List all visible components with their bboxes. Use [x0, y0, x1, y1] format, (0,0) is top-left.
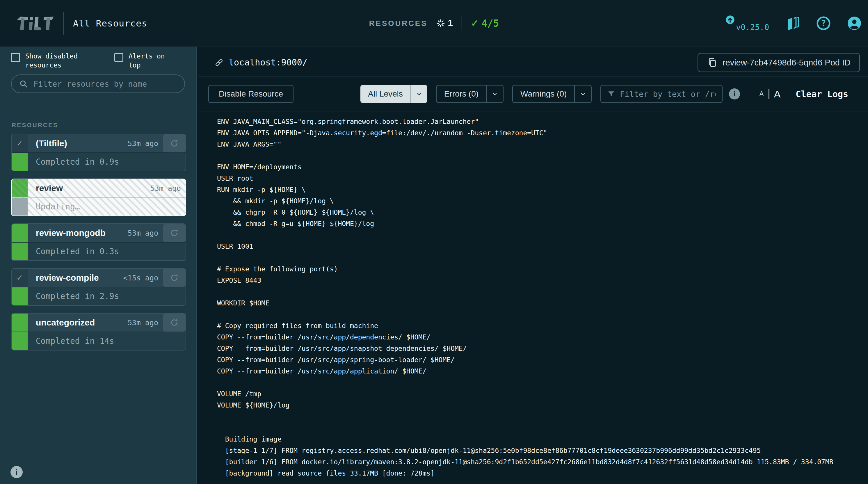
refresh-icon [169, 139, 179, 148]
checkbox-box[interactable] [11, 53, 20, 62]
copy-icon [707, 57, 717, 68]
status-bar [12, 179, 28, 197]
chevron-down-icon[interactable] [411, 85, 427, 103]
account-icon[interactable] [847, 16, 862, 31]
resource-header-bar: localhost:9000/ review-7cb47498d6-5qnd6 … [198, 47, 868, 77]
log-toolbar: Disable Resource All Levels Errors (0) W… [198, 77, 868, 112]
pending-count: 1 [448, 18, 453, 29]
pending-count-group[interactable]: 1 [436, 18, 453, 29]
checkbox-label: Alerts on top [129, 52, 172, 70]
copy-pod-id-button[interactable]: review-7cb47498d6-5qnd6 Pod ID [698, 53, 860, 72]
help-icon[interactable]: ? [816, 16, 831, 31]
check-icon: ✓ [471, 18, 479, 29]
errors-filter-button[interactable]: Errors (0) [436, 85, 503, 103]
log-output: ENV JAVA_MAIN_CLASS="org.springframework… [198, 112, 868, 479]
alerts-on-top-checkbox[interactable]: Alerts on top [114, 52, 172, 70]
resource-check-icon: ✓ [12, 134, 28, 152]
upgrade-arrow-icon [725, 15, 735, 24]
resource-card-review-compile[interactable]: ✓ review-compile <15s ago Completed in 2… [11, 268, 186, 306]
font-larger-button[interactable]: A [774, 88, 781, 100]
disable-resource-button[interactable]: Disable Resource [208, 85, 293, 103]
resource-status-summary: RESOURCES 1 ✓ 4/5 [369, 0, 499, 47]
status-bar [12, 198, 28, 215]
resource-check-icon: ✓ [12, 269, 28, 287]
resource-card-review-mongodb[interactable]: review-mongodb 53m ago Completed in 0.3s [11, 223, 186, 261]
main-panel: localhost:9000/ review-7cb47498d6-5qnd6 … [198, 47, 868, 484]
checkbox-box[interactable] [114, 53, 123, 62]
resource-name: uncategorized [36, 317, 95, 328]
warnings-filter-button[interactable]: Warnings (0) [512, 85, 592, 103]
funnel-icon [608, 90, 615, 98]
status-bar [12, 224, 28, 242]
chevron-down-icon[interactable] [575, 86, 591, 102]
chevron-down-icon[interactable] [487, 86, 503, 102]
clear-logs-button[interactable]: Clear Logs [796, 89, 848, 99]
docs-icon[interactable] [785, 16, 800, 31]
resource-time: 53m ago [128, 319, 163, 327]
pod-id-label: review-7cb47498d6-5qnd6 Pod ID [722, 58, 850, 67]
info-icon[interactable]: i [10, 466, 23, 478]
resource-name: review-mongodb [36, 228, 105, 238]
log-pane[interactable]: ENV JAVA_MAIN_CLASS="org.springframework… [198, 112, 868, 483]
log-level-label: All Levels [361, 85, 410, 103]
resource-filter-input[interactable] [33, 80, 177, 88]
version-label: v0.25.0 [736, 23, 769, 32]
refresh-icon [169, 318, 179, 327]
status-bar [12, 243, 28, 260]
status-bar [12, 153, 28, 171]
endpoint-link[interactable]: localhost:9000/ [214, 47, 307, 78]
resource-card-tiltfile[interactable]: ✓ (Tiltfile) 53m ago Completed in 0.9s [11, 134, 186, 171]
resource-status: Completed in 0.9s [36, 157, 119, 167]
font-size-control: A A [759, 88, 780, 100]
app-header: All Resources RESOURCES 1 ✓ 4/5 [0, 0, 868, 47]
summary-divider [462, 16, 462, 31]
sidebar-options: Show disabled resources Alerts on top [11, 52, 186, 70]
update-available-button[interactable]: v0.25.0 [725, 15, 769, 32]
header-actions: v0.25.0 ? [725, 0, 862, 47]
resource-card-review[interactable]: review 53m ago Updating… [11, 179, 186, 216]
filter-info-icon[interactable]: i [729, 88, 740, 99]
sidebar: Show disabled resources Alerts on top RE… [0, 47, 197, 484]
refresh-icon [169, 273, 179, 282]
page-title: All Resources [73, 18, 148, 29]
header-divider [63, 12, 64, 35]
resource-status: Completed in 0.3s [36, 247, 119, 256]
log-filter-input[interactable] [620, 90, 716, 99]
refresh-button[interactable] [163, 224, 186, 242]
log-level-dropdown[interactable]: All Levels [361, 85, 427, 103]
resources-summary-label: RESOURCES [369, 19, 428, 28]
endpoint-url: localhost:9000/ [229, 57, 307, 67]
refresh-icon [169, 228, 179, 238]
resource-status: Updating… [36, 202, 80, 211]
status-bar [12, 313, 28, 332]
resource-time: 53m ago [128, 229, 163, 237]
resources-section-label: RESOURCES [12, 122, 58, 128]
refresh-button[interactable] [163, 134, 186, 152]
status-bar [12, 332, 28, 350]
resource-time: <15s ago [123, 274, 163, 282]
svg-text:?: ? [821, 19, 826, 28]
resource-name: (Tiltfile) [36, 139, 67, 148]
resource-name: review-compile [36, 273, 99, 283]
spinner-icon [436, 19, 445, 28]
checkbox-label: Show disabled resources [25, 52, 86, 70]
refresh-button[interactable] [163, 269, 186, 287]
tilt-logo-icon[interactable] [16, 15, 54, 32]
resource-filter-field[interactable] [11, 74, 185, 93]
tilt-app-window: All Resources RESOURCES 1 ✓ 4/5 [0, 0, 868, 484]
errors-label: Errors (0) [437, 86, 486, 102]
resource-status: Completed in 14s [36, 336, 114, 346]
status-bar [12, 288, 28, 305]
resource-list: ✓ (Tiltfile) 53m ago Completed in 0.9s [11, 134, 186, 358]
resource-time: 53m ago [150, 184, 186, 192]
resource-card-uncategorized[interactable]: uncategorized 53m ago Completed in 14s [11, 313, 186, 351]
healthy-count-group[interactable]: ✓ 4/5 [471, 18, 499, 29]
healthy-ratio: 4/5 [482, 18, 499, 29]
resource-status: Completed in 2.9s [36, 292, 119, 301]
font-smaller-button[interactable]: A [759, 90, 764, 98]
refresh-button[interactable] [163, 313, 186, 332]
show-disabled-checkbox[interactable]: Show disabled resources [11, 52, 86, 70]
resource-time: 53m ago [128, 139, 163, 148]
log-filter-field[interactable] [600, 85, 722, 103]
resource-name: review [36, 183, 63, 193]
